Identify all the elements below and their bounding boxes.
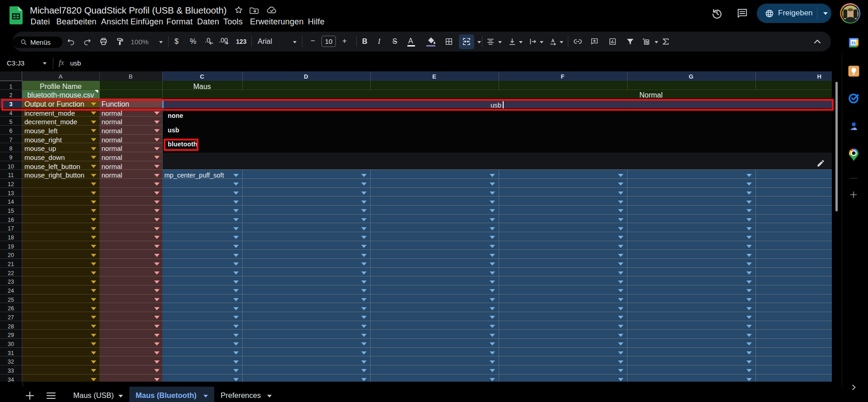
svg-text:31: 31	[851, 40, 856, 45]
